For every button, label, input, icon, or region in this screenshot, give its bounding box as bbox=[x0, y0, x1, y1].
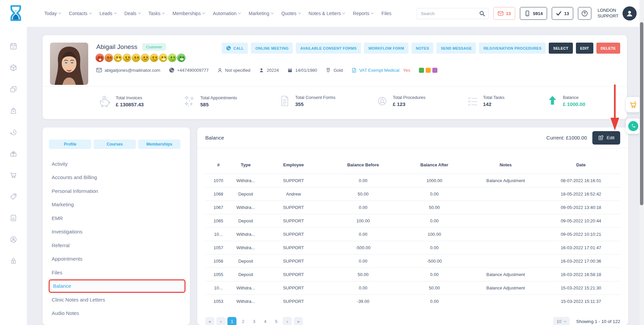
page-button[interactable]: 2 bbox=[238, 317, 248, 325]
profile-menu-item[interactable]: Marketing bbox=[52, 198, 185, 212]
customer-photo bbox=[50, 43, 88, 85]
nav-item[interactable]: Reports bbox=[353, 11, 373, 16]
mood-face-icon[interactable] bbox=[105, 54, 113, 62]
call-button[interactable]: CALL bbox=[222, 43, 248, 54]
messages-count: 13 bbox=[506, 11, 511, 16]
dob-item: 14/01/1980 bbox=[287, 68, 317, 73]
mood-face-icon[interactable] bbox=[96, 54, 104, 62]
select-button[interactable]: SELECT bbox=[549, 43, 573, 54]
profile-menu-item[interactable]: Activity bbox=[52, 157, 185, 171]
customer-tags bbox=[419, 68, 437, 73]
page-button[interactable]: 4 bbox=[261, 317, 270, 325]
cell-date: 16-03-2022 16:58:18 bbox=[542, 268, 620, 281]
page-button[interactable]: 3 bbox=[250, 317, 259, 325]
products-cube-icon[interactable] bbox=[9, 64, 17, 72]
document-lines-icon bbox=[279, 95, 291, 107]
workflow-form-button[interactable]: WORKFLOW FORM bbox=[364, 43, 409, 54]
duplicates-icon[interactable] bbox=[9, 85, 17, 93]
profile-menu-item[interactable]: Clinic Notes and Letters bbox=[52, 293, 185, 307]
mood-face-icon[interactable] bbox=[150, 54, 158, 62]
profile-tab[interactable]: Profile bbox=[49, 140, 91, 149]
profile-menu-item[interactable]: Accounts and Billing bbox=[52, 171, 185, 184]
nav-item[interactable]: Contacts bbox=[69, 11, 91, 16]
online-meeting-button[interactable]: ONLINE MEETING bbox=[251, 43, 293, 54]
profile-menu-item-label: Activity bbox=[52, 161, 68, 167]
cart-icon[interactable] bbox=[9, 171, 17, 179]
nav-item[interactable]: Quotes bbox=[281, 11, 301, 16]
nav-item[interactable]: Memberships bbox=[172, 11, 205, 16]
floating-cart-button[interactable] bbox=[626, 97, 641, 112]
nav-item[interactable]: Files bbox=[381, 11, 391, 16]
page-button[interactable]: » bbox=[294, 317, 303, 325]
profile-menu-item[interactable]: Drinks bbox=[52, 320, 185, 325]
profile-menu-item[interactable]: Investigations bbox=[52, 225, 185, 239]
calls-badge[interactable]: 5914 bbox=[520, 7, 547, 20]
cell-balance-after: 0.00 bbox=[399, 241, 470, 255]
search-icon[interactable] bbox=[479, 11, 485, 16]
page-button[interactable]: 5 bbox=[272, 317, 281, 325]
profile-tab[interactable]: Memberships bbox=[138, 140, 180, 149]
page-button[interactable]: ‹ bbox=[216, 317, 225, 325]
rejuvenation-procedures-button[interactable]: REJUVENATION PROCEDURES bbox=[479, 43, 546, 54]
nav-item[interactable]: Tasks bbox=[149, 11, 165, 16]
mood-face-icon[interactable] bbox=[114, 54, 122, 62]
calendar-icon[interactable]: 12 bbox=[9, 42, 17, 50]
bookings-bag-icon[interactable] bbox=[9, 107, 17, 115]
nav-item[interactable]: Deals bbox=[124, 11, 141, 16]
history-icon[interactable] bbox=[9, 128, 17, 136]
nav-item[interactable]: Automation bbox=[213, 11, 240, 16]
mood-face-icon[interactable] bbox=[132, 54, 140, 62]
user-name-line1: LONDON bbox=[597, 8, 619, 13]
current-user-name[interactable]: LONDON SUPPORT bbox=[597, 8, 619, 19]
edit-profile-button[interactable]: EDIT bbox=[576, 43, 593, 54]
mood-face-icon[interactable] bbox=[168, 54, 176, 62]
nav-item[interactable]: Marketing bbox=[249, 11, 273, 16]
reports-icon[interactable] bbox=[9, 214, 17, 222]
pricing-tag-icon[interactable] bbox=[9, 193, 17, 201]
edit-balance-button[interactable]: Edit bbox=[592, 131, 620, 145]
vat-exempt-item: VAT Exempt Medical: Yes bbox=[352, 68, 410, 73]
search-box[interactable] bbox=[417, 8, 489, 19]
cell-balance-before: 0.00 bbox=[327, 228, 399, 241]
mood-face-icon[interactable] bbox=[123, 54, 131, 62]
cell-id: 1068 bbox=[205, 187, 231, 201]
profile-menu-item[interactable]: EMR bbox=[52, 211, 185, 225]
notes-button[interactable]: NOTES bbox=[412, 43, 433, 54]
app-logo-icon[interactable] bbox=[8, 4, 23, 22]
profile-menu-item[interactable]: Audio Notes bbox=[52, 307, 185, 320]
profile-menu-item[interactable]: Files bbox=[52, 266, 185, 279]
profile-tab[interactable]: Courses bbox=[94, 140, 136, 149]
tasks-badge[interactable]: 13 bbox=[552, 7, 573, 20]
mood-face-icon[interactable] bbox=[177, 54, 185, 62]
nav-item[interactable]: Leads bbox=[100, 11, 116, 16]
profile-menu-item[interactable]: Personal Information bbox=[52, 184, 185, 198]
help-button[interactable] bbox=[578, 7, 591, 20]
stat-label: Total Tasks bbox=[483, 95, 504, 100]
floating-call-button[interactable] bbox=[626, 118, 641, 134]
send-message-button[interactable]: SEND MESSAGE bbox=[436, 43, 476, 54]
customers-icon[interactable] bbox=[9, 235, 17, 243]
mood-face-icon[interactable] bbox=[159, 54, 167, 62]
search-input[interactable] bbox=[420, 11, 479, 16]
gift-icon[interactable] bbox=[9, 150, 17, 158]
stat-label: Total Invoices bbox=[116, 95, 144, 100]
delete-button[interactable]: DELETE bbox=[596, 43, 620, 54]
scrollbar-thumb[interactable] bbox=[640, 22, 643, 205]
page-button[interactable]: 1 bbox=[227, 317, 236, 325]
security-lock-icon[interactable] bbox=[9, 257, 17, 265]
nav-item[interactable]: Notes & Letters bbox=[309, 11, 345, 16]
profile-menu-item[interactable]: Balance bbox=[49, 279, 185, 293]
stat-total-consent-forms: Total Consent Forms 355 bbox=[279, 95, 335, 107]
user-avatar[interactable] bbox=[623, 6, 637, 20]
mood-face-icon[interactable] bbox=[141, 54, 149, 62]
tier-value: Gold bbox=[333, 68, 342, 73]
page-button[interactable]: « bbox=[205, 317, 214, 325]
cell-type: Withdra... bbox=[231, 228, 260, 241]
consent-forms-button[interactable]: AVAILABLE CONSENT FORMS bbox=[296, 43, 361, 54]
profile-menu-item[interactable]: Appointments bbox=[52, 252, 185, 266]
profile-menu-item[interactable]: Referral bbox=[52, 238, 185, 252]
page-size-select[interactable]: 10 bbox=[553, 317, 569, 325]
page-button[interactable]: › bbox=[283, 317, 292, 325]
messages-badge[interactable]: 13 bbox=[493, 7, 515, 20]
nav-item[interactable]: Today bbox=[44, 11, 61, 16]
